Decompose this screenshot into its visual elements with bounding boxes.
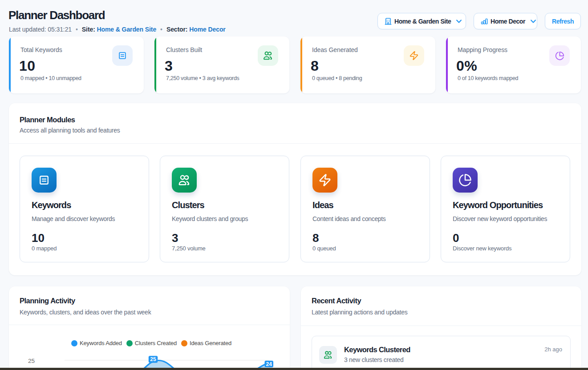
svg-text:24: 24: [266, 361, 272, 367]
svg-text:25: 25: [150, 356, 156, 362]
svg-text:25: 25: [28, 358, 35, 364]
